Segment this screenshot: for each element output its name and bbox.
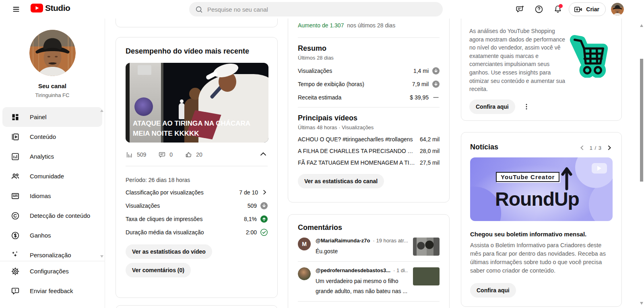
comment-body: @pedrofernandesdebastos3... · 1 di... Um…: [316, 267, 408, 296]
metric-value-text: 1,4 mi: [413, 68, 429, 74]
gear-icon: [10, 267, 20, 276]
comment-author[interactable]: @pedrofernandesdebastos3...: [316, 267, 390, 273]
comment-text: Um verdadeiro pai mesmo o filho grande a…: [316, 276, 408, 296]
top-video-views: 28,0 mil: [420, 148, 440, 154]
sidebar-item-ganhos[interactable]: Ganhos: [2, 225, 102, 245]
latest-video-card: Desempenho do vídeo mais recente ATAQUE …: [116, 37, 278, 298]
pagination-next-icon[interactable]: [606, 145, 613, 151]
comment-item[interactable]: M @MariaRaimunda-z7o · 19 horas atr... É…: [298, 238, 440, 256]
sidebar-item-enviar-feedback[interactable]: Enviar feedback: [2, 281, 102, 301]
comments-card-title: Comentários: [298, 215, 440, 232]
page-scrollbar[interactable]: [639, 19, 644, 308]
top-video-row[interactable]: ACHOU O QUE? #tiringaecharlles #trollage…: [298, 133, 440, 145]
video-thumbnail[interactable]: ATAQUE AO TIRINGA NA CHÁCARA MEIA NOITE …: [126, 63, 268, 143]
channel-handle: Tiringuinha FC: [0, 92, 105, 98]
kebab-menu-icon[interactable]: [522, 103, 530, 111]
sidebar-item-painel[interactable]: Painel: [2, 107, 102, 127]
metric-value-text: 2:00: [246, 229, 257, 236]
partial-card-below: [116, 305, 278, 308]
sidebar-item-conteudo[interactable]: Conteúdo: [2, 127, 102, 147]
top-video-row[interactable]: FÃ FAZ TATUAGEM EM HOMENAGEM A TIRINGA..…: [298, 157, 440, 168]
channel-block: Seu canal Tiringuinha FC: [0, 19, 105, 98]
metric-row-duration: Duração média da visualização 2:00: [126, 225, 268, 239]
sidebar-item-comunidade[interactable]: Comunidade: [2, 166, 102, 186]
channel-name: Seu canal: [0, 83, 105, 89]
metric-label: Duração média da visualização: [126, 229, 204, 236]
sidebar: Seu canal Tiringuinha FC Painel Conteúdo…: [0, 19, 105, 308]
metric-label: Receita estimada: [298, 94, 341, 101]
news-body: Assista o Boletim Informativo para Criad…: [470, 241, 613, 275]
sidebar-item-analytics[interactable]: Analytics: [2, 147, 102, 166]
youtube-play-badge-icon: [592, 163, 607, 174]
news-pagination: 1 / 3: [579, 145, 613, 151]
collapse-chevron-up-icon[interactable]: [259, 150, 268, 159]
trend-up-icon: [260, 215, 268, 223]
sidebar-scroll-down-icon[interactable]: [100, 255, 103, 258]
channel-avatar[interactable]: [29, 30, 76, 76]
search-input[interactable]: [207, 6, 438, 13]
summary-row-watchtime: Tempo de exibição (horas) 7,9 mil: [298, 77, 440, 91]
video-title-overlay: ATAQUE AO TIRINGA NA CHÁCARA MEIA NOITE …: [133, 118, 258, 138]
dollar-icon: [10, 231, 20, 240]
help-icon[interactable]: [531, 1, 547, 17]
likes-stat: 20: [185, 151, 202, 159]
video-stats-button[interactable]: Ver as estatísticas do vídeo: [126, 244, 212, 259]
views-stat: 509: [126, 151, 146, 159]
increase-highlight: Aumento de 1.307: [298, 22, 344, 29]
metric-value: 8,1%: [244, 215, 268, 223]
youtube-play-icon: [31, 4, 43, 12]
up-arrow-icon: [561, 165, 572, 190]
metric-label: Classificação por visualizações: [126, 189, 204, 196]
feedback-history-icon[interactable]: [512, 1, 528, 17]
sidebar-footer-nav: Configurações Enviar feedback: [0, 261, 105, 301]
subtitles-icon: [10, 191, 20, 201]
comment-item[interactable]: @pedrofernandesdebastos3... · 1 di... Um…: [298, 267, 440, 296]
sidebar-item-deteccao[interactable]: Detecção de conteúdo: [2, 206, 102, 225]
video-comments-button[interactable]: Ver comentários (0): [126, 263, 191, 277]
news-cta-button[interactable]: Confira aqui: [470, 283, 516, 298]
scrollbar-thumb[interactable]: [640, 59, 643, 182]
comment-author[interactable]: @MariaRaimunda-z7o: [316, 238, 370, 244]
news-banner[interactable]: YouTube Creator RoundUp: [470, 157, 613, 221]
video-metrics: Classificação por visualizações 7 de 10 …: [126, 186, 268, 239]
summary-row-revenue: Receita estimada $ 39,95: [298, 91, 440, 104]
top-video-views: 27,5 mil: [420, 159, 440, 166]
youtube-studio-logo[interactable]: Studio: [31, 3, 70, 13]
summary-row-views: Visualizações 1,4 mi: [298, 64, 440, 77]
account-avatar[interactable]: [611, 3, 624, 16]
channel-stats-button[interactable]: Ver as estatísticas do canal: [298, 174, 384, 188]
metric-value: 1,4 mi: [413, 67, 440, 74]
commenter-avatar[interactable]: M: [298, 238, 311, 250]
latest-video-card-title: Desempenho do vídeo mais recente: [126, 37, 268, 56]
copyright-icon: [10, 211, 20, 221]
notifications-icon[interactable]: [550, 1, 566, 17]
create-button-label: Criar: [586, 6, 599, 12]
banner-tag: YouTube Creator: [496, 172, 559, 182]
top-video-row[interactable]: A FILHA DE CHARLLES TA PRECISANDO TIRING…: [298, 145, 440, 157]
sidebar-item-personalizacao[interactable]: Personalização: [2, 245, 102, 259]
thumbnail-art: [138, 65, 151, 75]
menu-icon[interactable]: [8, 1, 24, 17]
commenter-avatar[interactable]: [298, 267, 311, 280]
sidebar-item-configuracoes[interactable]: Configurações: [2, 261, 102, 281]
comment-header: @pedrofernandesdebastos3... · 1 di...: [316, 267, 408, 273]
comment-video-thumbnail[interactable]: [413, 238, 440, 256]
chevron-right-icon: [262, 189, 268, 195]
bar-chart-icon: [126, 151, 133, 159]
create-button[interactable]: Criar: [569, 2, 606, 16]
dash-icon: [432, 94, 440, 101]
channel-analytics-card: Aumento de 1.307 nos últimos 28 dias Res…: [288, 19, 450, 203]
scrollbar-down-arrow[interactable]: [640, 302, 643, 305]
pagination-prev-icon[interactable]: [579, 145, 585, 151]
scrollbar-up-arrow[interactable]: [640, 24, 643, 27]
sidebar-item-label: Enviar feedback: [30, 287, 73, 294]
search-bar[interactable]: [189, 2, 443, 17]
shopping-cta-button[interactable]: Confira aqui: [469, 99, 515, 114]
summary-subtitle: Últimos 28 dias: [298, 55, 440, 61]
metric-row-rank[interactable]: Classificação por visualizações 7 de 10: [126, 186, 268, 199]
sidebar-scroll-up-icon[interactable]: [100, 110, 103, 112]
comment-video-thumbnail[interactable]: [413, 267, 440, 285]
metric-value: $ 39,95: [410, 94, 440, 101]
metric-value-text: 509: [248, 203, 257, 209]
sidebar-item-idiomas[interactable]: Idiomas: [2, 186, 102, 206]
